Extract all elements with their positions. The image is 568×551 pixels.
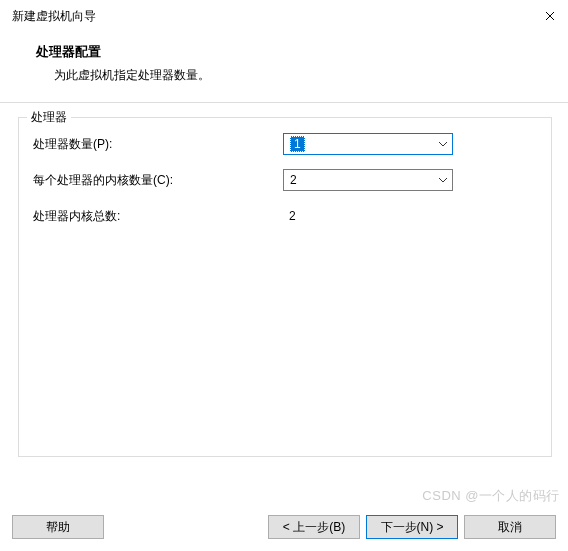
- next-button[interactable]: 下一步(N) >: [366, 515, 458, 539]
- combo-cores-per-processor[interactable]: 2: [283, 169, 453, 191]
- window-title: 新建虚拟机向导: [12, 8, 96, 25]
- group-legend: 处理器: [27, 109, 71, 126]
- close-icon[interactable]: [544, 10, 556, 22]
- chevron-down-icon: [438, 175, 448, 185]
- button-bar: 帮助 < 上一步(B) 下一步(N) > 取消: [0, 513, 568, 541]
- content-area: 处理器 处理器数量(P): 1 每个处理器的内核数量(C): 2 处理器内核总数…: [0, 103, 568, 457]
- row-processor-count: 处理器数量(P): 1: [33, 132, 537, 156]
- combo-processor-count[interactable]: 1: [283, 133, 453, 155]
- page-subtitle: 为此虚拟机指定处理器数量。: [54, 67, 532, 84]
- label-processor-count: 处理器数量(P):: [33, 136, 283, 153]
- row-total-cores: 处理器内核总数: 2: [33, 204, 537, 228]
- total-cores-value: 2: [283, 209, 296, 223]
- cancel-button[interactable]: 取消: [464, 515, 556, 539]
- wizard-header: 处理器配置 为此虚拟机指定处理器数量。: [0, 32, 568, 103]
- page-title: 处理器配置: [36, 44, 532, 61]
- label-total-cores: 处理器内核总数:: [33, 208, 283, 225]
- titlebar: 新建虚拟机向导: [0, 0, 568, 32]
- combo-cores-per-processor-value: 2: [290, 173, 297, 187]
- chevron-down-icon: [438, 139, 448, 149]
- processor-group: 处理器 处理器数量(P): 1 每个处理器的内核数量(C): 2 处理器内核总数…: [18, 117, 552, 457]
- combo-processor-count-value: 1: [290, 136, 305, 152]
- help-button[interactable]: 帮助: [12, 515, 104, 539]
- watermark: CSDN @一个人的码行: [422, 487, 560, 505]
- label-cores-per-processor: 每个处理器的内核数量(C):: [33, 172, 283, 189]
- row-cores-per-processor: 每个处理器的内核数量(C): 2: [33, 168, 537, 192]
- back-button[interactable]: < 上一步(B): [268, 515, 360, 539]
